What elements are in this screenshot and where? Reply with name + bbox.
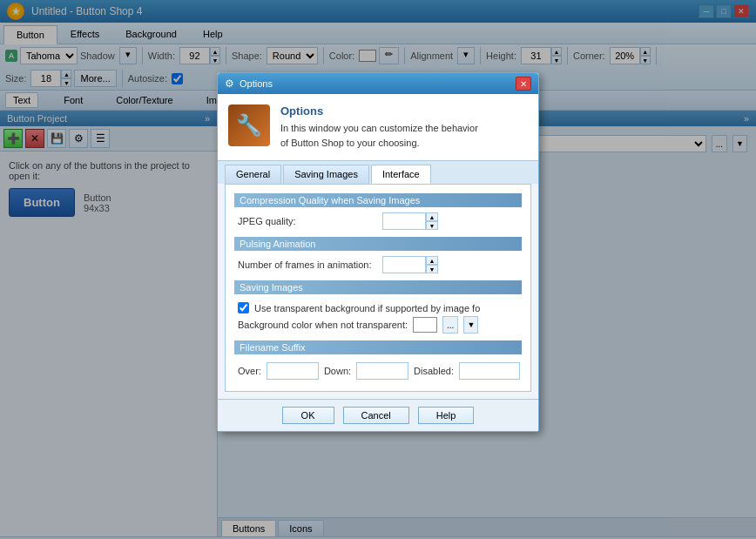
bg-color-swatch[interactable]: [413, 317, 437, 333]
bg-color-more[interactable]: ...: [442, 316, 458, 334]
jpeg-down[interactable]: ▼: [426, 221, 438, 230]
jpeg-up[interactable]: ▲: [426, 212, 438, 221]
modal-title: Options: [240, 78, 273, 89]
modal-header-desc: In this window you can customize the beh…: [280, 121, 478, 150]
modal-header-title: Options: [280, 104, 478, 118]
modal-overlay: ⚙ Options ✕ 🔧 Options In this window you…: [0, 0, 756, 539]
modal-tab-saving[interactable]: Saving Images: [283, 165, 369, 184]
down-label: Down:: [324, 366, 351, 376]
jpeg-quality-row: JPEG quality: 90% ▲ ▼: [234, 212, 522, 230]
saving-section-header: Saving Images: [234, 280, 522, 294]
modal-title-bar: ⚙ Options ✕: [218, 73, 538, 94]
modal-header: 🔧 Options In this window you can customi…: [218, 94, 538, 161]
modal-close-button[interactable]: ✕: [516, 77, 531, 91]
help-button[interactable]: Help: [418, 407, 475, 424]
modal-tab-general[interactable]: General: [225, 165, 281, 184]
frames-row: Number of frames in animation: 14 ▲ ▼: [234, 256, 522, 273]
over-label: Over:: [238, 366, 261, 376]
jpeg-label: JPEG quality:: [238, 216, 377, 226]
options-dialog: ⚙ Options ✕ 🔧 Options In this window you…: [217, 72, 539, 432]
compression-section-header: Compression Quality when Saving Images: [234, 193, 522, 207]
modal-tab-interface[interactable]: Interface: [371, 165, 431, 184]
bg-color-label: Background color when not transparent:: [238, 320, 408, 330]
jpeg-value-input[interactable]: 90%: [382, 212, 426, 230]
bg-color-row: Background color when not transparent: .…: [234, 316, 522, 334]
disabled-input[interactable]: -disabled: [459, 362, 520, 380]
suffix-section-header: Filename Suffix: [234, 340, 522, 354]
cancel-button[interactable]: Cancel: [343, 407, 409, 424]
modal-footer: OK Cancel Help: [218, 399, 538, 431]
modal-icon: 🔧: [228, 104, 270, 146]
transparent-label: Use transparent background if supported …: [254, 303, 480, 313]
frames-input[interactable]: 14: [382, 256, 426, 273]
modal-body: Compression Quality when Saving Images J…: [225, 184, 531, 392]
transparent-checkbox[interactable]: [238, 302, 249, 313]
transparent-row: Use transparent background if supported …: [234, 300, 522, 316]
pulsing-section-header: Pulsing Animation: [234, 237, 522, 251]
frames-up[interactable]: ▲: [426, 256, 438, 265]
down-input[interactable]: -down: [356, 362, 408, 380]
ok-button[interactable]: OK: [282, 407, 334, 424]
bg-color-dropdown[interactable]: ▼: [463, 316, 478, 334]
frames-down[interactable]: ▼: [426, 265, 438, 273]
suffix-row: Over: -over Down: -down Disabled: -disab…: [234, 360, 522, 382]
disabled-label: Disabled:: [414, 366, 454, 376]
over-input[interactable]: -over: [267, 362, 319, 380]
modal-tabs: General Saving Images Interface: [218, 161, 538, 184]
frames-label: Number of frames in animation:: [238, 259, 377, 270]
